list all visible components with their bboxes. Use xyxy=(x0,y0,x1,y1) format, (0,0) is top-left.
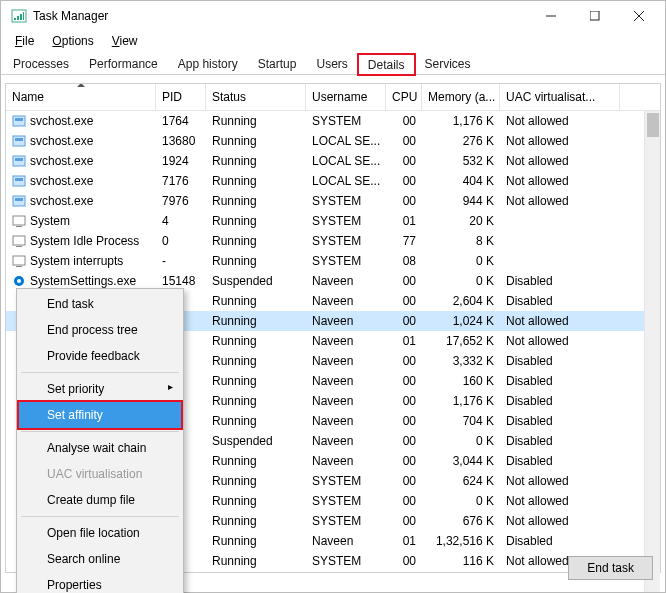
cpu: 00 xyxy=(386,191,422,211)
menu-view[interactable]: View xyxy=(104,32,146,50)
table-row[interactable]: System interrupts-RunningSYSTEM080 K xyxy=(6,251,660,271)
column-header[interactable]: CPU xyxy=(386,84,422,110)
menu-item-create-dump-file[interactable]: Create dump file xyxy=(19,487,181,513)
username: Naveen xyxy=(306,271,386,291)
svg-rect-2 xyxy=(17,16,19,20)
memory: 676 K xyxy=(422,511,500,531)
status: Running xyxy=(206,231,306,251)
svg-rect-21 xyxy=(13,236,25,245)
pid: 13680 xyxy=(156,131,206,151)
table-row[interactable]: svchost.exe7176RunningLOCAL SE...00404 K… xyxy=(6,171,660,191)
menu-options[interactable]: Options xyxy=(44,32,101,50)
status: Running xyxy=(206,511,306,531)
memory: 624 K xyxy=(422,471,500,491)
memory: 532 K xyxy=(422,151,500,171)
svg-rect-22 xyxy=(16,246,22,247)
process-name: System Idle Process xyxy=(30,234,139,248)
cpu: 00 xyxy=(386,491,422,511)
column-header[interactable]: Username xyxy=(306,84,386,110)
svg-rect-6 xyxy=(590,11,599,20)
cpu: 00 xyxy=(386,391,422,411)
context-menu: End taskEnd process treeProvide feedback… xyxy=(16,288,184,593)
column-header[interactable]: Name xyxy=(6,84,156,110)
memory: 276 K xyxy=(422,131,500,151)
tab-app-history[interactable]: App history xyxy=(168,53,248,74)
table-row[interactable]: svchost.exe7976RunningSYSTEM00944 KNot a… xyxy=(6,191,660,211)
uac: Not allowed xyxy=(500,311,620,331)
uac: Not allowed xyxy=(500,471,620,491)
memory: 704 K xyxy=(422,411,500,431)
svg-rect-16 xyxy=(15,178,23,181)
memory: 1,176 K xyxy=(422,391,500,411)
menu-item-set-priority[interactable]: Set priority xyxy=(19,376,181,402)
vertical-scrollbar[interactable] xyxy=(644,111,660,592)
cpu: 00 xyxy=(386,371,422,391)
menu-file[interactable]: File xyxy=(7,32,42,50)
tab-startup[interactable]: Startup xyxy=(248,53,307,74)
status: Running xyxy=(206,351,306,371)
menubar: File Options View xyxy=(1,31,665,51)
username: Naveen xyxy=(306,351,386,371)
username: SYSTEM xyxy=(306,551,386,571)
scrollbar-thumb[interactable] xyxy=(647,113,659,137)
tab-details[interactable]: Details xyxy=(358,54,415,75)
table-row[interactable]: System4RunningSYSTEM0120 K xyxy=(6,211,660,231)
cpu: 01 xyxy=(386,531,422,551)
status: Running xyxy=(206,291,306,311)
memory: 3,332 K xyxy=(422,351,500,371)
menu-item-search-online[interactable]: Search online xyxy=(19,546,181,572)
process-name: svchost.exe xyxy=(30,154,93,168)
username: SYSTEM xyxy=(306,231,386,251)
status: Running xyxy=(206,551,306,571)
column-header[interactable]: Memory (a... xyxy=(422,84,500,110)
titlebar[interactable]: Task Manager xyxy=(1,1,665,31)
maximize-button[interactable] xyxy=(573,1,617,31)
memory: 8 K xyxy=(422,231,500,251)
menu-item-open-file-location[interactable]: Open file location xyxy=(19,520,181,546)
cpu: 00 xyxy=(386,311,422,331)
memory: 0 K xyxy=(422,271,500,291)
uac: Not allowed xyxy=(500,511,620,531)
process-icon xyxy=(12,174,26,188)
memory: 17,652 K xyxy=(422,331,500,351)
column-header[interactable]: PID xyxy=(156,84,206,110)
menu-item-set-affinity[interactable]: Set affinity xyxy=(19,402,181,428)
table-row[interactable]: svchost.exe1764RunningSYSTEM001,176 KNot… xyxy=(6,111,660,131)
close-button[interactable] xyxy=(617,1,661,31)
username: LOCAL SE... xyxy=(306,131,386,151)
table-row[interactable]: svchost.exe1924RunningLOCAL SE...00532 K… xyxy=(6,151,660,171)
uac: Not allowed xyxy=(500,331,620,351)
menu-item-provide-feedback[interactable]: Provide feedback xyxy=(19,343,181,369)
username: LOCAL SE... xyxy=(306,151,386,171)
uac: Disabled xyxy=(500,451,620,471)
username: Naveen xyxy=(306,371,386,391)
svg-rect-23 xyxy=(13,256,25,265)
cpu: 01 xyxy=(386,211,422,231)
column-header[interactable]: UAC virtualisat... xyxy=(500,84,620,110)
end-task-button[interactable]: End task xyxy=(568,556,653,580)
uac: Not allowed xyxy=(500,111,620,131)
tab-performance[interactable]: Performance xyxy=(79,53,168,74)
username: Naveen xyxy=(306,311,386,331)
username: Naveen xyxy=(306,291,386,311)
status: Suspended xyxy=(206,431,306,451)
username: Naveen xyxy=(306,431,386,451)
tab-services[interactable]: Services xyxy=(415,53,481,74)
status: Running xyxy=(206,211,306,231)
menu-item-properties[interactable]: Properties xyxy=(19,572,181,593)
minimize-button[interactable] xyxy=(529,1,573,31)
menu-item-end-process-tree[interactable]: End process tree xyxy=(19,317,181,343)
svg-point-26 xyxy=(17,279,21,283)
svg-rect-3 xyxy=(20,14,22,20)
tab-processes[interactable]: Processes xyxy=(3,53,79,74)
menu-item-end-task[interactable]: End task xyxy=(19,291,181,317)
menu-item-analyse-wait-chain[interactable]: Analyse wait chain xyxy=(19,435,181,461)
cpu: 00 xyxy=(386,511,422,531)
table-row[interactable]: System Idle Process0RunningSYSTEM778 K xyxy=(6,231,660,251)
pid: 1924 xyxy=(156,151,206,171)
table-row[interactable]: svchost.exe13680RunningLOCAL SE...00276 … xyxy=(6,131,660,151)
cpu: 00 xyxy=(386,551,422,571)
tab-users[interactable]: Users xyxy=(306,53,357,74)
cpu: 00 xyxy=(386,411,422,431)
column-header[interactable]: Status xyxy=(206,84,306,110)
